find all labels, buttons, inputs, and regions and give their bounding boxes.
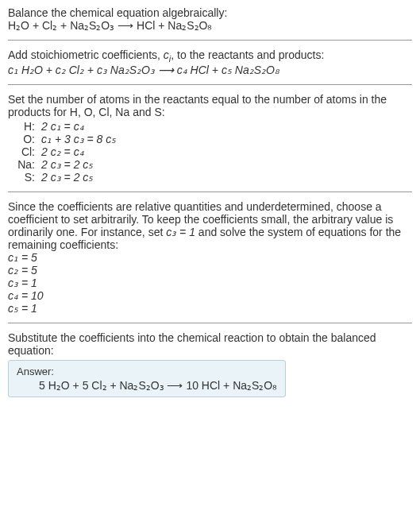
atom-expr: 2 c₁ = c₄ bbox=[38, 120, 119, 133]
separator bbox=[8, 323, 412, 323]
coef-line: c₅ = 1 bbox=[8, 302, 412, 315]
atoms-section: Set the number of atoms in the reactants… bbox=[8, 93, 412, 184]
stoich-text-b: , to the reactants and products: bbox=[171, 48, 324, 61]
c3-eq: c₃ = 1 bbox=[166, 226, 195, 238]
atom-expr: 2 c₃ = 2 c₅ bbox=[38, 158, 119, 171]
atom-label: Cl: bbox=[8, 145, 38, 158]
coef-line: c₂ = 5 bbox=[8, 264, 412, 277]
stoich-equation: c₁ H₂O + c₂ Cl₂ + c₃ Na₂S₂O₃ ⟶ c₄ HCl + … bbox=[8, 64, 412, 76]
coef-line: c₃ = 1 bbox=[8, 277, 412, 289]
atom-row: H: 2 c₁ = c₄ bbox=[8, 120, 119, 133]
atom-row: Cl: 2 c₂ = c₄ bbox=[8, 145, 119, 158]
stoich-text-a: Add stoichiometric coefficients, bbox=[8, 48, 164, 61]
atom-expr: 2 c₂ = c₄ bbox=[38, 145, 119, 158]
ci-symbol: ci bbox=[164, 48, 171, 61]
intro-section: Balance the chemical equation algebraica… bbox=[8, 6, 412, 32]
atoms-equations-table: H: 2 c₁ = c₄ O: c₁ + 3 c₃ = 8 c₅ Cl: 2 c… bbox=[8, 120, 119, 184]
answer-equation: 5 H₂O + 5 Cl₂ + Na₂S₂O₃ ⟶ 10 HCl + Na₂S₂… bbox=[17, 379, 277, 392]
atoms-intro: Set the number of atoms in the reactants… bbox=[8, 93, 412, 118]
atom-label: S: bbox=[8, 171, 38, 184]
final-section: Substitute the coefficients into the che… bbox=[8, 331, 412, 397]
intro-text: Balance the chemical equation algebraica… bbox=[8, 6, 412, 19]
atom-row: O: c₁ + 3 c₃ = 8 c₅ bbox=[8, 133, 119, 145]
stoich-section: Add stoichiometric coefficients, ci, to … bbox=[8, 48, 412, 76]
atom-expr: 2 c₃ = 2 c₅ bbox=[38, 171, 119, 184]
solve-section: Since the coefficients are relative quan… bbox=[8, 200, 412, 315]
separator bbox=[8, 40, 412, 41]
ci-c: c bbox=[164, 48, 169, 61]
atom-label: H: bbox=[8, 120, 38, 133]
coef-line: c₄ = 10 bbox=[8, 289, 412, 302]
final-intro: Substitute the coefficients into the che… bbox=[8, 331, 412, 357]
answer-label: Answer: bbox=[17, 366, 277, 377]
answer-box: Answer: 5 H₂O + 5 Cl₂ + Na₂S₂O₃ ⟶ 10 HCl… bbox=[8, 360, 286, 397]
atom-row: Na: 2 c₃ = 2 c₅ bbox=[8, 158, 119, 171]
stoich-text: Add stoichiometric coefficients, ci, to … bbox=[8, 48, 412, 64]
atom-label: Na: bbox=[8, 158, 38, 171]
solve-intro: Since the coefficients are relative quan… bbox=[8, 200, 412, 251]
atom-label: O: bbox=[8, 133, 38, 145]
separator bbox=[8, 84, 412, 85]
atom-expr: c₁ + 3 c₃ = 8 c₅ bbox=[38, 133, 119, 145]
coef-line: c₁ = 5 bbox=[8, 251, 412, 264]
intro-equation: H₂O + Cl₂ + Na₂S₂O₃ ⟶ HCl + Na₂S₂O₈ bbox=[8, 19, 412, 32]
separator bbox=[8, 191, 412, 192]
atom-row: S: 2 c₃ = 2 c₅ bbox=[8, 171, 119, 184]
